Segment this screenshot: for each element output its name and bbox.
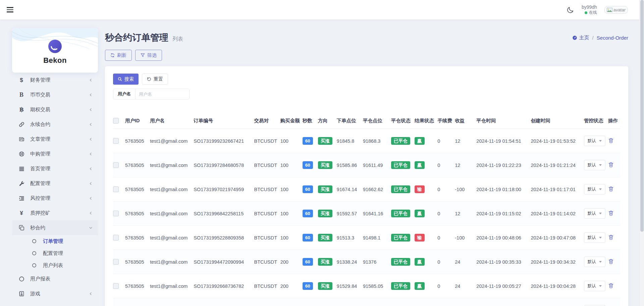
open-point-cell: 91592.57 [337,202,363,226]
delete-button[interactable] [608,162,614,168]
username-filter-group: 用户名 [113,89,190,99]
delete-button[interactable] [608,283,614,289]
sidebar-item-config-manage[interactable]: 配置管理 [12,247,98,259]
trading-pair-cell: BTCUSDT [254,153,280,177]
filter-button[interactable]: 筛选 [135,50,162,61]
close-point-cell: 91641.16 [363,202,391,226]
row-checkbox[interactable] [113,162,119,168]
delete-button[interactable] [608,234,614,240]
delete-button[interactable] [608,259,614,264]
sidebar-item-homepage[interactable]: 首页管理 [12,161,98,176]
control-status-select[interactable]: 默认 [584,257,605,267]
control-status-select[interactable]: 默认 [584,232,605,243]
action-cell [608,153,620,177]
delete-button[interactable] [608,138,614,143]
control-status-select[interactable]: 默认 [584,160,605,170]
user-id-cell: 5763505 [125,177,150,202]
order-no-cell: SO1731992650660186 [194,298,254,306]
chevron-down-icon [599,213,602,214]
buy-amount-cell: 100 [280,298,303,306]
sidebar-item-perpetual[interactable]: 永续合约 [12,117,98,132]
seconds-badge: 60 [303,161,313,169]
column-header: 购买金额 [280,115,303,129]
sidebar-item-label: 秒合约 [30,225,45,231]
table-row: 5763505test1@gmail.comSO1731994472090994… [113,250,620,274]
delete-button[interactable] [608,210,614,216]
close-status-badge-cell: 已平仓 [391,250,415,274]
control-status-value: 默认 [588,186,596,192]
sidebar-item-staking[interactable]: ¥质押挖矿 [12,206,98,220]
sidebar: Bekon $财务管理B币币交易฿期权交易永续合约文章管理申购管理首页管理配置管… [0,19,95,306]
control-status-cell: 默认 [584,226,608,250]
select-all-checkbox[interactable] [113,118,119,124]
action-cell [608,274,620,298]
delete-button[interactable] [608,186,614,192]
control-status-select[interactable]: 默认 [584,184,605,194]
username-input[interactable] [136,89,189,99]
page-subtitle: 列表 [172,36,183,43]
sidebar-item-label: 游戏 [30,291,40,297]
breadcrumb-home-link[interactable]: 主页 [572,35,589,41]
scrollbar-thumb[interactable] [640,0,644,232]
hamburger-menu-icon[interactable] [7,5,16,14]
refresh-button[interactable]: 刷新 [105,50,132,61]
sidebar-item-game[interactable]: 游戏 [12,286,98,301]
reset-button-label: 重置 [154,76,163,82]
chevron-left-icon [89,93,93,97]
reset-button[interactable]: 重置 [142,74,168,85]
direction-badge: 买涨 [318,234,332,242]
direction-badge-cell: 买涨 [318,202,337,226]
fee-cell: 0 [437,250,455,274]
sidebar-item-risk[interactable]: 风控管理 [12,191,98,206]
broken-image-icon [607,8,612,12]
close-status-badge-cell: 已平仓 [391,274,415,298]
open-point-cell: 91529.84 [337,274,363,298]
row-checkbox[interactable] [113,211,119,216]
action-cell [608,177,620,202]
avatar[interactable]: avatar [604,6,628,14]
direction-badge: 买涨 [318,161,332,169]
result-badge-cell: 赢 [415,153,437,177]
sidebar-item-finance[interactable]: $财务管理 [12,73,98,87]
order-no-cell: SO1731995228809358 [194,226,254,250]
control-status-select[interactable]: 默认 [584,208,605,219]
row-checkbox[interactable] [113,138,119,144]
row-checkbox[interactable] [113,235,119,241]
profit-cell: -100 [455,226,476,250]
trash-icon [608,259,614,264]
seconds-badge: 60 [303,185,313,193]
trash-icon [608,210,614,216]
buy-amount-cell: 100 [280,153,303,177]
row-checkbox[interactable] [113,259,119,265]
sidebar-item-option-trade[interactable]: ฿期权交易 [12,102,98,117]
control-status-select[interactable]: 默认 [584,136,605,146]
main-content: 秒合约订单管理 列表 主页 / Second-Order 刷新 筛选 搜索 [95,19,639,306]
sidebar-item-articles[interactable]: 文章管理 [12,132,98,146]
direction-badge-cell: 买涨 [318,177,337,202]
sidebar-item-label: 申购管理 [30,151,50,157]
chevron-down-icon [599,261,602,263]
buy-amount-cell: 100 [280,226,303,250]
buy-amount-cell: 100 [280,129,303,153]
sidebar-item-order-manage[interactable]: 订单管理 [12,235,98,247]
control-status-select[interactable]: 默认 [584,281,605,291]
sidebar-item-user-report[interactable]: 用户报表 [12,271,98,286]
row-checkbox[interactable] [113,283,119,289]
row-select-cell [113,129,125,153]
row-checkbox[interactable] [113,186,119,192]
chevron-left-icon [89,137,93,141]
indent-icon [18,195,25,201]
sidebar-item-second-contract[interactable]: 秒合约 [12,220,98,235]
column-header: 用户ID [125,115,150,129]
sidebar-item-config[interactable]: 配置管理 [12,176,98,191]
sidebar-item-subscription[interactable]: 申购管理 [12,146,98,161]
dark-mode-moon-icon[interactable] [567,6,574,14]
username-cell: test1@gmail.com [150,274,194,298]
close-status-badge-cell: 已平仓 [391,153,415,177]
row-select-cell [113,250,125,274]
sidebar-item-user-list[interactable]: 用户列表 [12,259,98,271]
sidebar-item-coin-trade[interactable]: B币币交易 [12,87,98,102]
close-time-cell: 2024-11-19 00:05:11 [476,298,531,306]
search-button[interactable]: 搜索 [113,74,139,85]
row-select-cell [113,153,125,177]
